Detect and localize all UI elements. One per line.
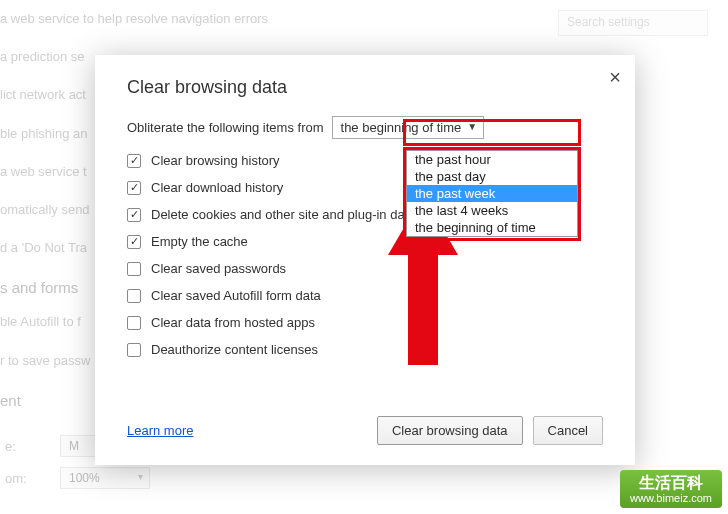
checkbox[interactable] bbox=[127, 154, 141, 168]
clear-browsing-data-button[interactable]: Clear browsing data bbox=[377, 416, 523, 445]
check-row-autofill[interactable]: Clear saved Autofill form data bbox=[127, 288, 603, 303]
watermark-url: www.bimeiz.com bbox=[630, 492, 712, 504]
watermark: 生活百科 www.bimeiz.com bbox=[620, 470, 722, 508]
dropdown-option-beginning-of-time[interactable]: the beginning of time bbox=[407, 219, 577, 236]
checkbox[interactable] bbox=[127, 289, 141, 303]
time-range-select[interactable]: the beginning of time ▼ bbox=[332, 116, 485, 139]
obliterate-label: Obliterate the following items from bbox=[127, 120, 324, 135]
check-label: Clear saved Autofill form data bbox=[151, 288, 321, 303]
checkbox[interactable] bbox=[127, 262, 141, 276]
dropdown-option-past-day[interactable]: the past day bbox=[407, 168, 577, 185]
check-label: Delete cookies and other site and plug-i… bbox=[151, 207, 416, 222]
checkbox[interactable] bbox=[127, 181, 141, 195]
check-label: Clear browsing history bbox=[151, 153, 280, 168]
dialog-title: Clear browsing data bbox=[127, 77, 603, 98]
checkbox[interactable] bbox=[127, 208, 141, 222]
time-range-dropdown[interactable]: the past hour the past day the past week… bbox=[406, 150, 578, 237]
checkbox[interactable] bbox=[127, 316, 141, 330]
watermark-text: 生活百科 bbox=[639, 474, 703, 491]
caret-down-icon: ▼ bbox=[467, 121, 477, 132]
check-row-passwords[interactable]: Clear saved passwords bbox=[127, 261, 603, 276]
check-label: Empty the cache bbox=[151, 234, 248, 249]
learn-more-link[interactable]: Learn more bbox=[127, 423, 193, 438]
checkbox[interactable] bbox=[127, 343, 141, 357]
check-row-content-licenses[interactable]: Deauthorize content licenses bbox=[127, 342, 603, 357]
check-label: Deauthorize content licenses bbox=[151, 342, 318, 357]
dropdown-option-past-hour[interactable]: the past hour bbox=[407, 151, 577, 168]
clear-browsing-data-dialog: × Clear browsing data Obliterate the fol… bbox=[95, 55, 635, 465]
dropdown-option-last-4-weeks[interactable]: the last 4 weeks bbox=[407, 202, 577, 219]
check-row-hosted-apps[interactable]: Clear data from hosted apps bbox=[127, 315, 603, 330]
cancel-button[interactable]: Cancel bbox=[533, 416, 603, 445]
checkbox[interactable] bbox=[127, 235, 141, 249]
check-label: Clear data from hosted apps bbox=[151, 315, 315, 330]
time-range-value: the beginning of time bbox=[341, 120, 462, 135]
check-label: Clear saved passwords bbox=[151, 261, 286, 276]
dropdown-option-past-week[interactable]: the past week bbox=[407, 185, 577, 202]
close-icon[interactable]: × bbox=[609, 67, 621, 87]
check-label: Clear download history bbox=[151, 180, 283, 195]
